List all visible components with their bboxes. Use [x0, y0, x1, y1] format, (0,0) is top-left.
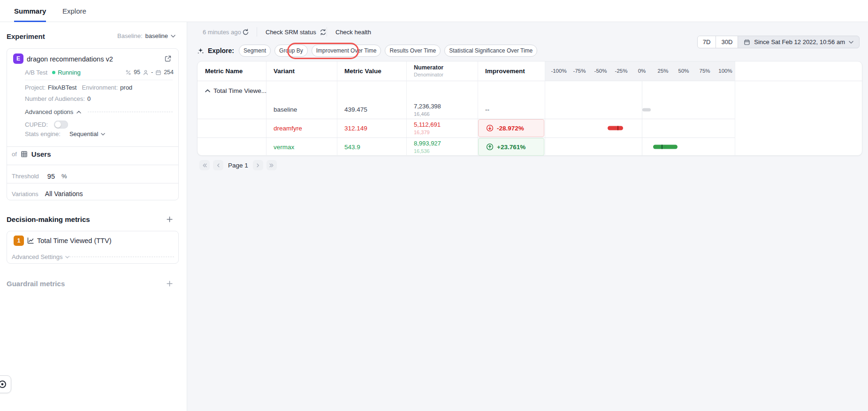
- sparkle-explore-icon: [197, 47, 204, 54]
- page-indicator: Page 1: [228, 162, 248, 169]
- chevron-up-icon: [76, 111, 81, 114]
- sync-icon: [320, 29, 327, 36]
- tab-summary[interactable]: Summary: [14, 0, 46, 22]
- status-badge: Running: [58, 69, 80, 76]
- confidence-interval-bar: [545, 119, 735, 137]
- project-label: Project:: [25, 84, 46, 91]
- next-page-button[interactable]: [253, 160, 263, 170]
- range-30d-button[interactable]: 30D: [716, 36, 738, 48]
- threshold-row: Threshold 95 %: [12, 169, 67, 183]
- open-experiment-button[interactable]: [164, 55, 172, 62]
- of-label: of: [12, 151, 17, 158]
- add-decision-metric-button[interactable]: [166, 216, 174, 223]
- metric-group-name: Total Time Viewe...: [213, 87, 266, 94]
- chevron-down-icon: [849, 41, 853, 44]
- divider: [266, 61, 266, 156]
- stats-engine-label: Stats engine:: [25, 130, 61, 137]
- threshold-label: Threshold: [12, 173, 39, 180]
- variant-name: vermax: [274, 137, 294, 156]
- ci-center-tick: [617, 126, 618, 130]
- results-table: -100% -75% -50% -25% 0% 25% 50% 75% 100%…: [197, 61, 862, 156]
- experiment-name: dragon recommendations v2: [27, 55, 113, 63]
- chevron-up-icon: [205, 89, 210, 92]
- experiment-card: E dragon recommendations v2 A/B Test Run…: [7, 48, 179, 200]
- range-30d-label: 30D: [721, 38, 732, 46]
- last-page-button[interactable]: [266, 160, 277, 170]
- divider: [88, 112, 173, 112]
- last-refresh-label: 6 minutes ago: [203, 29, 241, 36]
- explore-results-over-time-button[interactable]: Results Over Time: [385, 45, 441, 57]
- divider: [257, 27, 257, 37]
- cuped-toggle[interactable]: [54, 121, 68, 129]
- divider: [25, 80, 173, 80]
- improvement-value: +23.761%: [497, 144, 525, 151]
- explore-improvement-over-time-button[interactable]: Improvement Over Time: [312, 45, 381, 57]
- add-guardrail-metric-button[interactable]: [166, 280, 174, 288]
- decision-metric-card[interactable]: 1 Total Time Viewed (TTV) Advanced Setti…: [7, 231, 179, 264]
- tab-explore-label: Explore: [62, 7, 86, 15]
- advanced-options-label: Advanced options: [25, 108, 73, 115]
- refresh-button[interactable]: [242, 28, 249, 36]
- first-page-button[interactable]: [199, 160, 210, 170]
- stat-significance-label: Statistical Significance Over Time: [449, 47, 533, 54]
- help-widget-button[interactable]: [0, 375, 11, 393]
- denominator-header-label: Denominator: [414, 72, 443, 77]
- col-header-improvement: Improvement: [485, 61, 525, 81]
- col-header-metric-value: Metric Value: [344, 61, 381, 81]
- divider: [735, 61, 735, 156]
- chevron-left-icon: [216, 163, 221, 168]
- users-stat-value: -: [151, 69, 153, 76]
- results-over-time-label: Results Over Time: [389, 47, 436, 54]
- threshold-value[interactable]: 95: [47, 173, 55, 180]
- divider: [406, 61, 407, 156]
- advanced-settings-label: Advanced Settings: [12, 253, 62, 260]
- tab-explore[interactable]: Explore: [62, 0, 86, 22]
- baseline-selector[interactable]: Baseline: baseline: [117, 32, 175, 39]
- metric-value: 312.149: [344, 119, 367, 137]
- bullseye-icon: [0, 380, 7, 388]
- explore-segment-button[interactable]: Segment: [239, 45, 271, 57]
- ci-bar-neutral: [642, 108, 651, 111]
- tab-summary-label: Summary: [14, 7, 46, 15]
- improvement-badge-negative: -28.972%: [478, 119, 544, 137]
- pagination: Page 1: [199, 160, 277, 170]
- date-picker-button[interactable]: Since Sat Feb 12 2022, 10:56 am: [738, 36, 859, 48]
- project-value: FlixABTest: [48, 84, 76, 91]
- double-chevron-right-icon: [269, 163, 274, 168]
- chevron-down-icon: [171, 35, 175, 38]
- status-dot-icon: [52, 71, 55, 74]
- axis-tick: 50%: [678, 68, 689, 74]
- improvement-axis-header: -100% -75% -50% -25% 0% 25% 50% 75% 100%: [545, 61, 735, 81]
- guardrail-metrics-title: Guardrail metrics: [7, 280, 65, 288]
- prev-page-button[interactable]: [213, 160, 223, 170]
- check-health-button[interactable]: Check health: [335, 28, 371, 36]
- explore-stat-significance-button[interactable]: Statistical Significance Over Time: [444, 45, 537, 57]
- stats-engine-row: Stats engine: Sequential: [25, 130, 105, 137]
- check-srm-button[interactable]: Check SRM status: [266, 28, 327, 36]
- numerator-denominator: 7,236,398 16,466: [414, 103, 441, 117]
- group-by-label: Group By: [279, 47, 303, 54]
- explore-label: Explore:: [208, 47, 234, 54]
- days-stat-value: 254: [164, 69, 174, 76]
- metric-group-toggle[interactable]: Total Time Viewe...: [205, 81, 266, 100]
- improvement-badge-positive: +23.761%: [478, 138, 544, 156]
- unit-type-row[interactable]: of Users: [12, 150, 51, 158]
- range-7d-button[interactable]: 7D: [698, 36, 716, 48]
- explore-group-by-button[interactable]: Group By: [274, 45, 308, 57]
- axis-tick: -25%: [615, 68, 628, 74]
- axis-tick: -100%: [551, 68, 566, 74]
- toggle-knob: [55, 122, 61, 128]
- threshold-unit: %: [61, 173, 67, 180]
- divider: [337, 61, 337, 156]
- decision-metrics-title: Decision-making metrics: [7, 215, 90, 223]
- metric-name: Total Time Viewed (TTV): [37, 237, 111, 244]
- experiment-section-title: Experiment: [7, 32, 45, 40]
- advanced-settings-toggle[interactable]: Advanced Settings: [12, 253, 69, 260]
- stats-engine-selector[interactable]: Sequential: [69, 130, 105, 137]
- advanced-options-toggle[interactable]: Advanced options: [25, 108, 81, 115]
- audiences-label: Number of Audiences:: [25, 95, 85, 102]
- experiment-type: A/B Test: [25, 69, 47, 76]
- axis-tick: -75%: [573, 68, 586, 74]
- axis-tick: 75%: [699, 68, 710, 74]
- variations-value[interactable]: All Variations: [45, 190, 83, 198]
